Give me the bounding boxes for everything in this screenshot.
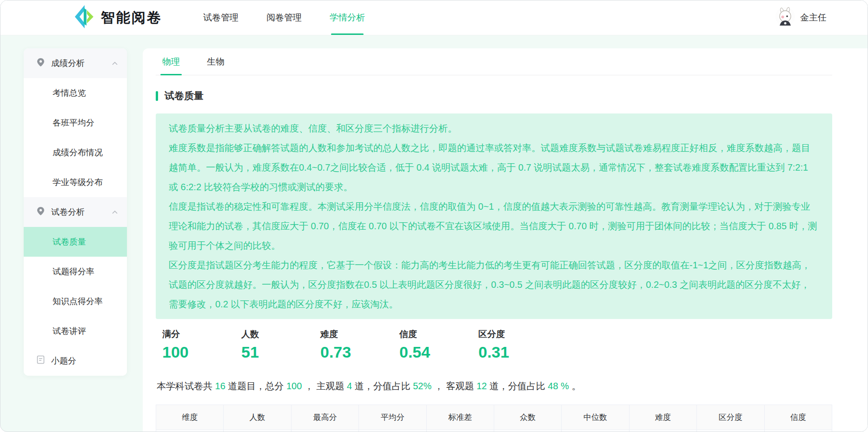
- content-card: 物理生物 试卷质量 试卷质量分析主要从试卷的难度、信度、和区分度三个指标进行分析…: [143, 48, 868, 432]
- info-paragraph-2: 信度是指试卷的稳定性和可靠程度。本测试采用分半信度法，信度的取值为 0~1，信度…: [169, 197, 819, 255]
- chevron-up-icon[interactable]: [112, 211, 118, 214]
- table-cell: 62: [562, 430, 629, 432]
- table-cell: 60.34: [359, 430, 426, 432]
- sidebar-item-label: 小题分: [51, 355, 76, 366]
- summary-text: 道，分值占比: [352, 381, 413, 391]
- user-menu[interactable]: 金主任: [775, 7, 827, 29]
- sidebar-item-0-2[interactable]: 成绩分布情况: [24, 138, 127, 167]
- section-title-row: 试卷质量: [156, 89, 832, 102]
- logo-diamond-icon: [74, 5, 95, 31]
- stats-table: 维度人数最高分平均分标准差众数中位数难度区分度信度 本校2539660.3418…: [156, 405, 832, 432]
- table-header-cell: 平均分: [359, 405, 426, 430]
- table-header-cell: 区分度: [697, 405, 764, 430]
- subject-tabs: 物理生物: [156, 48, 832, 75]
- chevron-up-icon[interactable]: [112, 62, 118, 65]
- user-name: 金主任: [800, 12, 827, 24]
- stat-label: 区分度: [478, 328, 557, 340]
- summary-number: 12: [477, 381, 487, 391]
- stats-row: 满分100人数51难度0.73信度0.54区分度0.31: [156, 328, 832, 361]
- stat-label: 信度: [399, 328, 478, 340]
- table-header-cell: 标准差: [426, 405, 494, 430]
- table-header-row: 维度人数最高分平均分标准差众数中位数难度区分度信度: [156, 405, 832, 430]
- sidebar-group-label: 试卷分析: [51, 206, 85, 218]
- sidebar-item-1-1[interactable]: 试题得分率: [24, 257, 127, 286]
- table-cell: 253: [224, 430, 291, 432]
- table-cell: 本校: [156, 430, 224, 432]
- stat-value: 0.31: [478, 343, 557, 361]
- summary-number: 48 %: [548, 381, 569, 391]
- summary-text: 。: [569, 381, 581, 391]
- summary-number: 4: [347, 381, 352, 391]
- stat-label: 难度: [320, 328, 399, 340]
- table-header-cell: 众数: [494, 405, 561, 430]
- tab-1[interactable]: 生物: [207, 48, 225, 75]
- page-body: 成绩分析考情总览各班平均分成绩分布情况学业等级分布试卷分析试卷质量试题得分率知识…: [0, 35, 868, 432]
- sidebar-item-0-0[interactable]: 考情总览: [24, 78, 127, 108]
- stat-value: 100: [162, 343, 241, 361]
- info-paragraph-1: 难度系数是指能够正确解答试题的人数和参加考试的总人数之比，即题的通过率或答对率。…: [169, 138, 819, 197]
- sidebar: 成绩分析考情总览各班平均分成绩分布情况学业等级分布试卷分析试卷质量试题得分率知识…: [24, 48, 127, 376]
- table-cell: 18.05: [426, 430, 494, 432]
- table-header-cell: 人数: [224, 405, 291, 430]
- title-accent-bar: [156, 91, 158, 101]
- info-paragraph-3: 区分度是指试题区分考生能力的程度，它基于一个假设：能力高的考生比能力低的考生更有…: [169, 255, 819, 314]
- summary-text: 道，分值占比: [487, 381, 548, 391]
- avatar: [775, 7, 795, 29]
- nav-item-2[interactable]: 学情分析: [330, 0, 365, 35]
- stat-value: 0.73: [320, 343, 399, 361]
- summary-number: 16: [215, 381, 225, 391]
- top-header: 智能阅卷 试卷管理阅卷管理学情分析 金主任: [0, 0, 868, 35]
- table-cell: 0.6: [629, 430, 696, 432]
- summary-text: ， 客观题: [431, 381, 477, 391]
- logo-text: 智能阅卷: [101, 8, 162, 27]
- sidebar-item-0-1[interactable]: 各班平均分: [24, 108, 127, 138]
- stat-block-1: 人数51: [241, 328, 320, 361]
- summary-number: 100: [286, 381, 302, 391]
- stat-label: 人数: [241, 328, 320, 340]
- paper-summary-text: 本学科试卷共 16 道题目，总分 100 ， 主观题 4 道，分值占比 52% …: [156, 380, 832, 392]
- document-icon: [37, 355, 45, 366]
- summary-text: 本学科试卷共: [157, 381, 215, 391]
- stat-block-2: 难度0.73: [320, 328, 399, 361]
- summary-text: ， 主观题: [302, 381, 347, 391]
- sidebar-group-label: 成绩分析: [51, 58, 85, 69]
- tab-0[interactable]: 物理: [162, 48, 180, 75]
- table-header-cell: 中位数: [562, 405, 629, 430]
- table-cell: 62: [494, 430, 561, 432]
- sidebar-group-0[interactable]: 成绩分析: [24, 48, 127, 78]
- summary-number: 52%: [413, 381, 431, 391]
- quality-description-box: 试卷质量分析主要从试卷的难度、信度、和区分度三个指标进行分析。难度系数是指能够正…: [156, 113, 832, 319]
- location-pin-icon: [37, 206, 45, 218]
- sidebar-item-0-3[interactable]: 学业等级分布: [24, 167, 127, 197]
- stat-block-0: 满分100: [162, 328, 241, 361]
- sidebar-item-1-3[interactable]: 试卷讲评: [24, 316, 127, 346]
- section-title: 试卷质量: [165, 89, 204, 102]
- stat-value: 0.54: [399, 343, 478, 361]
- stat-block-3: 信度0.54: [399, 328, 478, 361]
- sidebar-item-1-2[interactable]: 知识点得分率: [24, 286, 127, 316]
- main-nav: 试卷管理阅卷管理学情分析: [203, 0, 365, 35]
- stat-label: 满分: [162, 328, 241, 340]
- stat-value: 51: [241, 343, 320, 361]
- nav-item-1[interactable]: 阅卷管理: [266, 0, 302, 35]
- table-cell: 96: [291, 430, 358, 432]
- sidebar-group-1[interactable]: 试卷分析: [24, 197, 127, 227]
- app-logo[interactable]: 智能阅卷: [74, 5, 162, 31]
- summary-text: 道题目，总分: [225, 381, 286, 391]
- nav-item-0[interactable]: 试卷管理: [203, 0, 239, 35]
- sidebar-item-bottom[interactable]: 小题分: [24, 346, 127, 376]
- location-pin-icon: [37, 58, 45, 69]
- table-header-cell: 难度: [629, 405, 696, 430]
- table-cell: 0.44: [697, 430, 764, 432]
- stat-block-4: 区分度0.31: [478, 328, 557, 361]
- app-window: 智能阅卷 试卷管理阅卷管理学情分析 金主任 成绩分析考情总览各班平均分成绩分布情: [0, 0, 868, 432]
- table-header-cell: 维度: [156, 405, 224, 430]
- sidebar-item-1-0[interactable]: 试卷质量: [24, 227, 127, 257]
- table-header-cell: 最高分: [291, 405, 358, 430]
- info-paragraph-0: 试卷质量分析主要从试卷的难度、信度、和区分度三个指标进行分析。: [169, 119, 819, 138]
- table-row: 本校2539660.3418.0562620.60.440.71: [156, 430, 832, 432]
- table-header-cell: 信度: [764, 405, 832, 430]
- table-cell: 0.71: [764, 430, 832, 432]
